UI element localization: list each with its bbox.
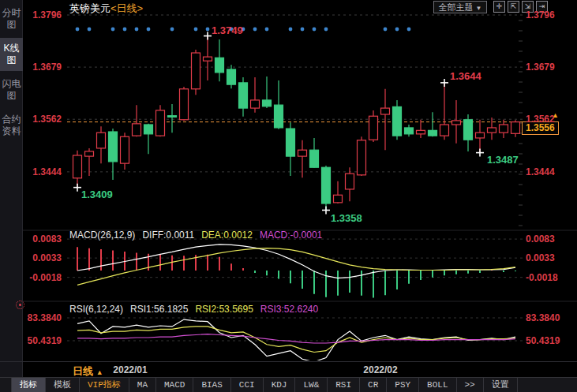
y-axis-tick-label: 1.3444 [24, 166, 62, 177]
crosshair-icon[interactable]: ✛ [493, 1, 505, 13]
sidebar-item-2[interactable]: 闪电图 [0, 73, 23, 106]
indicator-tab[interactable]: MA [129, 378, 156, 392]
svg-text:1.3409: 1.3409 [81, 189, 113, 200]
y-axis-tick-label: 1.3444 [526, 166, 575, 177]
indicator-tab[interactable]: KDJ [264, 378, 296, 392]
candles-group [73, 36, 520, 211]
theme-selector-dropdown[interactable]: 全部主题 ▼ [433, 1, 487, 13]
signal-dots-group [76, 28, 411, 32]
sidebar-item-3[interactable]: 合约资料 [0, 109, 23, 142]
indicator-tab[interactable]: 设置 [484, 378, 518, 392]
y-axis-tick-label: 0.0033 [526, 252, 575, 263]
page-title: 英镑美元<日线> [69, 2, 143, 16]
chart-title-bar: 英镑美元<日线> 全部主题 ▼ ✛⇱⇲⇥ [23, 0, 577, 14]
y-axis-tick-label: 1.3562 [24, 114, 62, 125]
indicator-tab[interactable]: CCI [231, 378, 264, 392]
svg-text:1.3487: 1.3487 [487, 154, 519, 166]
y-axis-tick-label: -0.0018 [24, 272, 62, 283]
y-axis-tick-label: 1.3796 [24, 9, 62, 21]
indicator-tab[interactable]: 模板 [46, 378, 80, 392]
rsi2-value: RSI2:53.5695 [195, 304, 253, 315]
rsi1-value: RSI1:56.1825 [130, 304, 188, 315]
x-axis-strip: 日线 ▲ 2022/012022/02 [0, 361, 577, 377]
x-axis-date-label: 2022/01 [113, 364, 147, 375]
chart-type-tab-strip: 分时图K线图闪电图合约资料 [0, 0, 23, 377]
y-axis-tick-label: 1.3679 [526, 62, 575, 73]
indicator-tab[interactable]: PSY [387, 378, 419, 392]
indicator-tab[interactable]: BOLL [419, 378, 456, 392]
indicator-tab[interactable]: CR [360, 378, 387, 392]
svg-text:1.3749: 1.3749 [212, 24, 243, 36]
y-axis-tick-label: 83.3840 [24, 312, 62, 323]
indicator-tab[interactable]: >> [457, 378, 484, 392]
macd-indicator-header: MACD(26,12,9)DIFF:0.0011DEA:0.0012MACD:-… [69, 230, 329, 241]
y-axis-tick-label: 1.3679 [24, 62, 62, 73]
x-axis-date-label: 2022/02 [363, 364, 397, 375]
y-axis-tick-label: 0.0083 [24, 233, 62, 245]
svg-text:1.3644: 1.3644 [450, 70, 482, 82]
symbol-name: 英镑美元 [69, 2, 111, 14]
macd-value: MACD:-0.0001 [260, 230, 322, 241]
macd-dea-value: DEA:0.0012 [201, 230, 253, 241]
trading-app-window: 分时图K线图闪电图合约资料 英镑美元<日线> 全部主题 ▼ ✛⇱⇲⇥ 1.340… [0, 0, 577, 392]
tabbar-left-pad [0, 378, 12, 392]
indicator-tab[interactable]: 指标 [12, 378, 46, 392]
indicator-tab-bar: 指标模板VIP指标MAMACDBIASCCIKDJLW&RSICRPSYBOLL… [0, 377, 577, 392]
chevron-down-icon: ▼ [476, 5, 482, 12]
y-axis-tick-label: 50.4319 [526, 335, 575, 346]
sidebar-item-1[interactable]: K线图 [0, 38, 23, 71]
y-axis-tick-label: -0.0018 [526, 272, 575, 283]
macd-params: MACD(26,12,9) [69, 230, 135, 241]
triangle-up-icon: ▲ [96, 368, 103, 376]
indicator-tab[interactable]: BIAS [193, 378, 230, 392]
macd-diff-value: DIFF:0.0011 [142, 230, 194, 241]
sidebar-item-0[interactable]: 分时图 [0, 2, 23, 35]
y-axis-tick-label: 1.3562 [526, 114, 575, 125]
indicator-settings-icon[interactable] [16, 301, 24, 309]
candlestick-chart[interactable]: 1.34091.37491.33581.36441.3487 [23, 0, 577, 377]
y-axis-tick-label: 83.3840 [526, 312, 575, 323]
scale-left-icon[interactable]: ⇱ [508, 1, 519, 13]
y-axis-tick-label: 0.0033 [24, 252, 62, 263]
rsi3-value: RSI3:52.6240 [260, 304, 318, 315]
indicator-tab[interactable]: VIP指标 [80, 378, 129, 392]
rsi-indicator-header: RSI(6,12,24)RSI1:56.1825RSI2:53.5695RSI3… [69, 304, 325, 315]
indicator-tab[interactable]: MACD [156, 378, 193, 392]
indicator-tab[interactable]: RSI [328, 378, 360, 392]
y-axis-tick-label: 1.3796 [526, 9, 575, 21]
period-tag: <日线> [111, 2, 143, 14]
svg-text:1.3358: 1.3358 [331, 212, 362, 224]
y-axis-tick-label: 50.4319 [24, 335, 62, 346]
indicator-tab[interactable]: LW& [295, 378, 328, 392]
y-axis-tick-label: 0.0083 [526, 233, 575, 245]
rsi-params: RSI(6,12,24) [69, 304, 123, 315]
